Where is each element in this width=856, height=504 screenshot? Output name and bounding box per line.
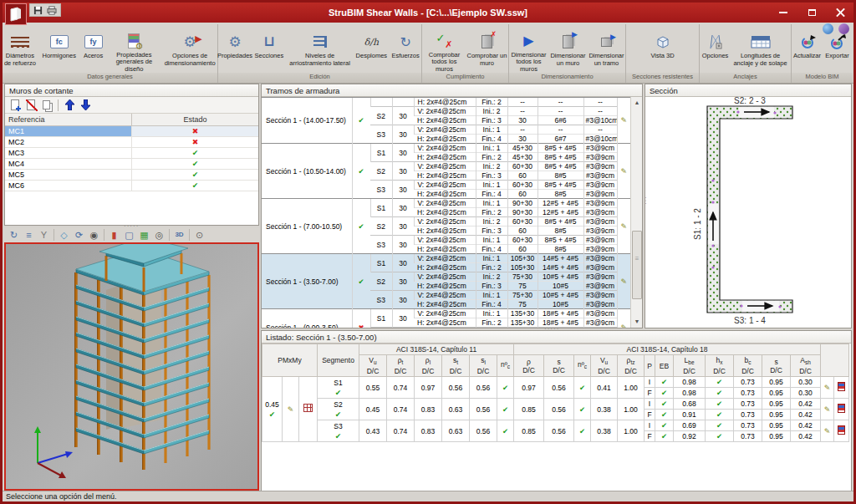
shield-icon[interactable]: ◇ bbox=[57, 229, 71, 242]
edge-rebar-cell[interactable]: 14#5 + 4#5 bbox=[538, 263, 583, 272]
edge-rebar-cell[interactable]: 8#5 + 4#5 bbox=[538, 153, 583, 162]
stirrup-cell[interactable]: #3@9cm bbox=[583, 199, 617, 208]
segment-name[interactable]: S2 bbox=[370, 272, 392, 291]
edge-rebar-cell[interactable]: 8#5 + 4#5 bbox=[538, 217, 583, 227]
anchor-options-button[interactable]: Opciones bbox=[701, 32, 730, 73]
position-cell[interactable]: Fin.: 2 bbox=[476, 318, 507, 328]
reinforcement-spec[interactable]: V: 2x#4@25cm bbox=[414, 162, 476, 171]
section-span-name[interactable]: Sección 1 - (10.50-14.00) bbox=[262, 144, 352, 199]
edge-length-cell[interactable]: 60 bbox=[507, 171, 538, 181]
position-cell[interactable]: Fin.: 2 bbox=[476, 263, 507, 272]
edge-rebar-cell[interactable]: -- bbox=[538, 107, 583, 116]
position-cell[interactable]: Ini.: 1 bbox=[476, 236, 507, 245]
app-menu-button[interactable] bbox=[5, 3, 27, 25]
forces-button[interactable]: ↻ Esfuerzos bbox=[390, 32, 421, 73]
eye-pan-icon[interactable]: ◉ bbox=[87, 229, 101, 242]
edge-length-cell[interactable]: 60+30 bbox=[507, 236, 538, 245]
wall-reference[interactable]: MC5 bbox=[5, 170, 132, 180]
edge-length-cell[interactable]: 105+30 bbox=[507, 254, 538, 263]
position-cell[interactable]: Ini.: 1 bbox=[476, 144, 507, 153]
segment-name[interactable]: S1 bbox=[370, 199, 392, 217]
position-cell[interactable]: Fin.: 2 bbox=[476, 208, 507, 217]
edit-span-button[interactable]: ✎ bbox=[617, 199, 630, 254]
reinforcement-row[interactable]: Sección 1 - (10.50-14.00)✔S130V: 2x#4@25… bbox=[262, 144, 630, 153]
view3d-viewport[interactable] bbox=[4, 242, 259, 491]
edge-length-cell[interactable]: 60 bbox=[507, 245, 538, 254]
edge-length-cell[interactable]: 135+30 bbox=[507, 309, 538, 318]
reinforcement-spec[interactable]: V: 2x#4@25cm bbox=[414, 254, 476, 263]
edge-length-cell[interactable]: 90+30 bbox=[507, 208, 538, 217]
segment-width[interactable]: 30 bbox=[392, 144, 414, 162]
wall-list-row[interactable]: MC3✔ bbox=[5, 148, 258, 159]
edge-length-cell[interactable]: 45+30 bbox=[507, 144, 538, 153]
position-cell[interactable]: Ini.: 2 bbox=[476, 107, 507, 116]
stirrup-cell[interactable]: #3@9cm bbox=[583, 272, 617, 282]
scrollbar-thumb[interactable] bbox=[632, 231, 642, 299]
segment-name[interactable]: S1 bbox=[370, 309, 392, 328]
reinforcement-spec[interactable]: H: 2x#4@25cm bbox=[414, 282, 476, 291]
reinforcement-row[interactable]: Sección 1 - (14.00-17.50)✔H: 2x#4@25cmFi… bbox=[262, 98, 630, 107]
orbit-icon[interactable]: ↻ bbox=[7, 229, 21, 242]
plumb-deviation-button[interactable]: δ/h Desplomes bbox=[354, 32, 388, 73]
mode-3d-icon[interactable]: 3D bbox=[172, 229, 186, 242]
reinforcement-spec[interactable]: H: 2x#4@25cm bbox=[414, 135, 476, 144]
position-cell[interactable]: Ini.: 2 bbox=[476, 162, 507, 171]
segment-width[interactable]: 30 bbox=[392, 162, 414, 181]
edit-span-button[interactable]: ✎ bbox=[617, 309, 630, 328]
edge-rebar-cell[interactable]: -- bbox=[538, 98, 583, 107]
edge-rebar-cell[interactable]: 6#7 bbox=[538, 135, 583, 144]
edge-length-cell[interactable]: 30 bbox=[507, 116, 538, 125]
wall-reference[interactable]: MC2 bbox=[5, 137, 132, 147]
segment-report-button[interactable] bbox=[834, 377, 849, 399]
position-cell[interactable]: Fin.: 2 bbox=[476, 153, 507, 162]
stirrup-cell[interactable]: #3@9cm bbox=[583, 208, 617, 217]
edge-length-cell[interactable]: -- bbox=[507, 107, 538, 116]
layers-icon[interactable]: ≡ bbox=[22, 229, 36, 242]
edge-length-cell[interactable]: 60 bbox=[507, 190, 538, 199]
reinforcement-spec[interactable]: V: 2x#4@25cm bbox=[414, 309, 476, 318]
position-cell[interactable]: Fin.: 4 bbox=[476, 190, 507, 199]
measure-grid-icon[interactable]: ▦ bbox=[137, 229, 151, 242]
segment-width[interactable]: 30 bbox=[392, 291, 414, 309]
stirrup-cell[interactable]: #3@9cm bbox=[583, 144, 617, 153]
segment-width[interactable]: 30 bbox=[392, 217, 414, 236]
scroll-down-arrow[interactable]: ▼ bbox=[632, 317, 642, 327]
edge-length-cell[interactable]: 60 bbox=[507, 227, 538, 236]
reinforcement-spec[interactable]: V: 2x#4@25cm bbox=[414, 125, 476, 135]
help-book-icon[interactable] bbox=[838, 23, 849, 34]
edge-rebar-cell[interactable]: 10#5 + 4#5 bbox=[538, 291, 583, 300]
pmxmy-detail-button[interactable] bbox=[299, 377, 318, 442]
reinforcement-row[interactable]: Sección 1 - (3.50-7.00)✔S130V: 2x#4@25cm… bbox=[262, 254, 630, 263]
edit-span-button[interactable]: ✎ bbox=[617, 144, 630, 199]
section-span-name[interactable]: Sección 1 - (7.00-10.50) bbox=[262, 199, 352, 254]
edge-rebar-cell[interactable]: 18#5 + 4#5 bbox=[538, 309, 583, 318]
wall-list-row[interactable]: MC6✔ bbox=[5, 181, 258, 191]
stirrup-cell[interactable]: #3@10cm bbox=[583, 116, 617, 125]
stirrup-cell[interactable]: #3@9cm bbox=[583, 236, 617, 245]
stirrup-cell[interactable]: #3@9cm bbox=[583, 227, 617, 236]
bim-update-button[interactable]: Actualizar bbox=[793, 32, 822, 73]
reinforcement-spec[interactable]: H: 2x#4@25cm bbox=[414, 263, 476, 272]
edge-length-cell[interactable]: 75+30 bbox=[507, 291, 538, 300]
segment-name[interactable]: S3 bbox=[370, 236, 392, 254]
close-button[interactable] bbox=[830, 5, 850, 19]
size-one-span-button[interactable]: ▶ Dimensionar un tramo bbox=[588, 32, 625, 73]
segment-name[interactable]: S3 bbox=[370, 181, 392, 199]
position-cell[interactable]: Fin.: 4 bbox=[476, 135, 507, 144]
edge-rebar-cell[interactable]: 8#5 + 4#5 bbox=[538, 236, 583, 245]
edit-segment-button[interactable]: ✎ bbox=[821, 420, 834, 442]
edit-segment-button[interactable]: ✎ bbox=[821, 377, 834, 399]
edge-length-cell[interactable]: 105+30 bbox=[507, 263, 538, 272]
move-down-button[interactable] bbox=[79, 99, 92, 111]
edge-length-cell[interactable]: 75 bbox=[507, 282, 538, 291]
reinforcement-spec[interactable]: H: 2x#4@25cm bbox=[414, 208, 476, 217]
segment-width[interactable]: 30 bbox=[392, 181, 414, 199]
wall-list-row[interactable]: MC5✔ bbox=[5, 170, 258, 181]
reinforcement-spec[interactable]: V: 2x#4@25cm bbox=[414, 236, 476, 245]
edge-length-cell[interactable]: 75 bbox=[507, 300, 538, 309]
reinforcement-spec[interactable]: H: 2x#4@25cm bbox=[414, 318, 476, 328]
stirrup-cell[interactable]: #3@9cm bbox=[583, 300, 617, 309]
segment-name[interactable]: S3 bbox=[370, 291, 392, 309]
stirrup-cell[interactable]: #3@9cm bbox=[583, 263, 617, 272]
reinforcement-spec[interactable]: H: 2x#4@25cm bbox=[414, 227, 476, 236]
